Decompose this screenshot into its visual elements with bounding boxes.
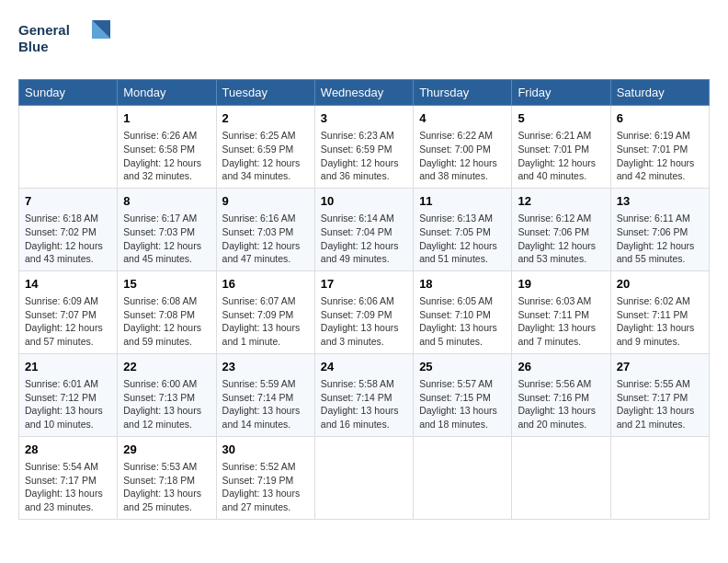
day-info: Sunrise: 6:18 AM Sunset: 7:02 PM Dayligh… [25,212,111,266]
day-number: 17 [321,276,407,293]
calendar-cell: 21Sunrise: 6:01 AM Sunset: 7:12 PM Dayli… [19,353,118,436]
calendar-table: SundayMondayTuesdayWednesdayThursdayFrid… [18,79,710,520]
logo-svg: General Blue [18,18,119,64]
calendar-cell: 24Sunrise: 5:58 AM Sunset: 7:14 PM Dayli… [314,353,413,436]
day-info: Sunrise: 5:57 AM Sunset: 7:15 PM Dayligh… [419,377,506,431]
day-number: 18 [419,276,506,293]
week-row-1: 1Sunrise: 6:26 AM Sunset: 6:58 PM Daylig… [19,106,710,189]
calendar-cell [19,106,118,189]
calendar-cell: 1Sunrise: 6:26 AM Sunset: 6:58 PM Daylig… [118,106,216,189]
day-info: Sunrise: 6:21 AM Sunset: 7:01 PM Dayligh… [518,129,604,183]
day-info: Sunrise: 6:12 AM Sunset: 7:06 PM Dayligh… [518,212,604,266]
day-number: 19 [518,276,604,293]
day-number: 5 [518,110,604,127]
day-info: Sunrise: 6:08 AM Sunset: 7:08 PM Dayligh… [123,294,210,349]
day-number: 9 [222,193,309,210]
calendar-cell: 10Sunrise: 6:14 AM Sunset: 7:04 PM Dayli… [314,188,413,270]
day-info: Sunrise: 6:11 AM Sunset: 7:06 PM Dayligh… [617,212,703,266]
day-number: 11 [419,193,506,210]
calendar-cell [512,436,610,519]
day-info: Sunrise: 5:54 AM Sunset: 7:17 PM Dayligh… [25,460,111,514]
day-number: 6 [617,110,703,127]
calendar-cell: 5Sunrise: 6:21 AM Sunset: 7:01 PM Daylig… [512,106,610,189]
calendar-cell: 18Sunrise: 6:05 AM Sunset: 7:10 PM Dayli… [414,270,512,353]
day-number: 7 [25,193,111,210]
day-number: 24 [321,359,407,375]
calendar-cell: 8Sunrise: 6:17 AM Sunset: 7:03 PM Daylig… [118,188,216,270]
weekday-header-tuesday: Tuesday [216,80,314,106]
calendar-cell: 11Sunrise: 6:13 AM Sunset: 7:05 PM Dayli… [414,188,512,270]
calendar-cell: 16Sunrise: 6:07 AM Sunset: 7:09 PM Dayli… [216,270,314,353]
day-number: 30 [222,442,309,458]
weekday-header-saturday: Saturday [610,80,709,106]
calendar-cell: 9Sunrise: 6:16 AM Sunset: 7:03 PM Daylig… [216,188,314,270]
calendar-cell: 6Sunrise: 6:19 AM Sunset: 7:01 PM Daylig… [610,106,709,189]
day-number: 26 [518,359,604,375]
calendar-cell: 22Sunrise: 6:00 AM Sunset: 7:13 PM Dayli… [118,353,216,436]
day-info: Sunrise: 6:01 AM Sunset: 7:12 PM Dayligh… [25,377,111,431]
day-info: Sunrise: 6:09 AM Sunset: 7:07 PM Dayligh… [25,294,111,349]
calendar-cell: 30Sunrise: 5:52 AM Sunset: 7:19 PM Dayli… [216,436,314,519]
weekday-header-monday: Monday [118,80,216,106]
day-number: 23 [222,359,309,375]
day-info: Sunrise: 5:55 AM Sunset: 7:17 PM Dayligh… [617,377,703,431]
day-info: Sunrise: 6:26 AM Sunset: 6:58 PM Dayligh… [123,129,210,183]
day-info: Sunrise: 5:52 AM Sunset: 7:19 PM Dayligh… [222,460,309,514]
calendar-cell: 14Sunrise: 6:09 AM Sunset: 7:07 PM Dayli… [19,270,118,353]
day-number: 16 [222,276,309,293]
weekday-header-friday: Friday [512,80,610,106]
logo: General Blue [18,18,119,64]
calendar-cell: 29Sunrise: 5:53 AM Sunset: 7:18 PM Dayli… [118,436,216,519]
day-info: Sunrise: 6:02 AM Sunset: 7:11 PM Dayligh… [617,294,703,349]
calendar-cell: 12Sunrise: 6:12 AM Sunset: 7:06 PM Dayli… [512,188,610,270]
day-number: 12 [518,193,604,210]
day-number: 8 [123,193,210,210]
svg-text:Blue: Blue [18,39,49,54]
calendar-cell: 2Sunrise: 6:25 AM Sunset: 6:59 PM Daylig… [216,106,314,189]
calendar-cell: 23Sunrise: 5:59 AM Sunset: 7:14 PM Dayli… [216,353,314,436]
weekday-header-row: SundayMondayTuesdayWednesdayThursdayFrid… [19,80,710,106]
day-info: Sunrise: 6:16 AM Sunset: 7:03 PM Dayligh… [222,212,309,266]
day-info: Sunrise: 5:56 AM Sunset: 7:16 PM Dayligh… [518,377,604,431]
calendar-cell: 20Sunrise: 6:02 AM Sunset: 7:11 PM Dayli… [610,270,709,353]
calendar-cell [314,436,413,519]
week-row-5: 28Sunrise: 5:54 AM Sunset: 7:17 PM Dayli… [19,436,710,519]
calendar-cell: 17Sunrise: 6:06 AM Sunset: 7:09 PM Dayli… [314,270,413,353]
day-info: Sunrise: 6:03 AM Sunset: 7:11 PM Dayligh… [518,294,604,349]
calendar-cell: 27Sunrise: 5:55 AM Sunset: 7:17 PM Dayli… [610,353,709,436]
calendar-cell: 13Sunrise: 6:11 AM Sunset: 7:06 PM Dayli… [610,188,709,270]
day-info: Sunrise: 6:07 AM Sunset: 7:09 PM Dayligh… [222,294,309,349]
week-row-3: 14Sunrise: 6:09 AM Sunset: 7:07 PM Dayli… [19,270,710,353]
day-info: Sunrise: 6:22 AM Sunset: 7:00 PM Dayligh… [419,129,506,183]
day-number: 21 [25,359,111,375]
day-info: Sunrise: 5:53 AM Sunset: 7:18 PM Dayligh… [123,460,210,514]
day-number: 3 [321,110,407,127]
day-number: 13 [617,193,703,210]
day-number: 22 [123,359,210,375]
calendar-cell: 28Sunrise: 5:54 AM Sunset: 7:17 PM Dayli… [19,436,118,519]
day-number: 15 [123,276,210,293]
day-number: 14 [25,276,111,293]
day-number: 27 [617,359,703,375]
calendar-cell [610,436,709,519]
weekday-header-sunday: Sunday [19,80,118,106]
page-header: General Blue [18,18,710,64]
day-info: Sunrise: 5:59 AM Sunset: 7:14 PM Dayligh… [222,377,309,431]
calendar-cell: 3Sunrise: 6:23 AM Sunset: 6:59 PM Daylig… [314,106,413,189]
calendar-cell: 7Sunrise: 6:18 AM Sunset: 7:02 PM Daylig… [19,188,118,270]
weekday-header-thursday: Thursday [414,80,512,106]
week-row-2: 7Sunrise: 6:18 AM Sunset: 7:02 PM Daylig… [19,188,710,270]
day-info: Sunrise: 6:25 AM Sunset: 6:59 PM Dayligh… [222,129,309,183]
day-info: Sunrise: 6:06 AM Sunset: 7:09 PM Dayligh… [321,294,407,349]
day-info: Sunrise: 5:58 AM Sunset: 7:14 PM Dayligh… [321,377,407,431]
day-number: 29 [123,442,210,458]
day-number: 10 [321,193,407,210]
day-info: Sunrise: 6:05 AM Sunset: 7:10 PM Dayligh… [419,294,506,349]
day-info: Sunrise: 6:17 AM Sunset: 7:03 PM Dayligh… [123,212,210,266]
day-info: Sunrise: 6:00 AM Sunset: 7:13 PM Dayligh… [123,377,210,431]
day-number: 28 [25,442,111,458]
day-number: 20 [617,276,703,293]
day-info: Sunrise: 6:23 AM Sunset: 6:59 PM Dayligh… [321,129,407,183]
week-row-4: 21Sunrise: 6:01 AM Sunset: 7:12 PM Dayli… [19,353,710,436]
day-number: 2 [222,110,309,127]
